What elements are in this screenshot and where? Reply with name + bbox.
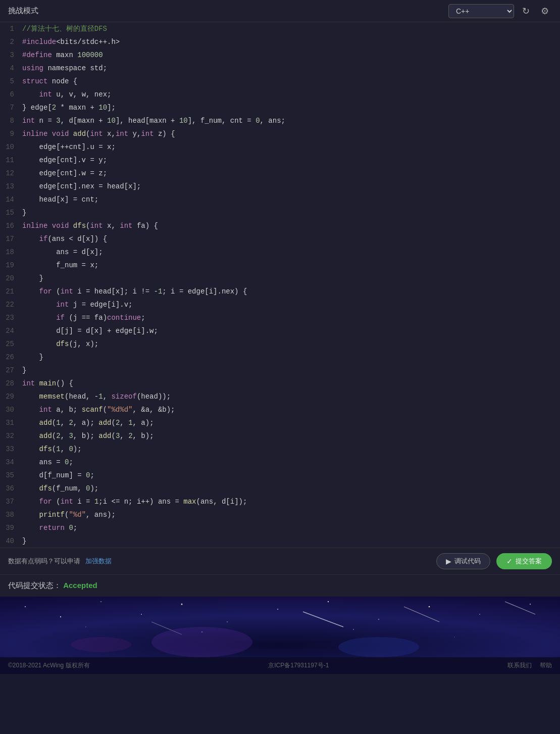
line-content-18[interactable]: ans = d[x]; [22,246,560,259]
line-content-12[interactable]: edge[cnt].w = z; [22,167,560,180]
code-line-35: 35 d[f_num] = 0; [0,469,560,482]
code-line-6: 6 int u, v, w, nex; [0,88,560,101]
code-line-4: 4 using namespace std; [0,62,560,75]
line-content-27[interactable]: } [22,364,560,377]
code-line-12: 12 edge[cnt].w = z; [0,167,560,180]
line-num-24: 24 [0,324,22,337]
svg-point-3 [100,601,101,602]
code-line-8: 8 int n = 3, d[maxn + 10], head[maxn + 1… [0,114,560,127]
code-line-7: 7 } edge[2 * maxn + 10]; [0,101,560,114]
line-num-4: 4 [0,62,22,75]
line-content-19[interactable]: f_num = x; [22,259,560,272]
line-num-38: 38 [0,508,22,521]
line-content-21[interactable]: for (int i = head[x]; i != -1; i = edge[… [22,285,560,298]
svg-point-9 [378,619,379,620]
line-content-35[interactable]: d[f_num] = 0; [22,469,560,482]
code-line-38: 38 printf("%d", ans); [0,508,560,521]
line-content-16[interactable]: inline void dfs(int x, int fa) { [22,219,560,232]
line-num-35: 35 [0,469,22,482]
line-num-10: 10 [0,140,22,154]
footer-text-bar: ©2018-2021 AcWing 版权所有 京ICP备17931197号-1 … [0,657,560,674]
code-line-14: 14 head[x] = cnt; [0,193,560,206]
line-content-4[interactable]: using namespace std; [22,62,560,75]
refresh-button[interactable]: ↻ [519,4,533,19]
line-content-14[interactable]: head[x] = cnt; [22,193,560,206]
code-line-30: 30 int a, b; scanf("%d%d", &a, &b); [0,403,560,416]
code-line-31: 31 add(1, 2, a); add(2, 1, a); [0,416,560,429]
code-line-27: 27 } [0,364,560,377]
line-num-5: 5 [0,75,22,88]
code-line-16: 16 inline void dfs(int x, int fa) { [0,219,560,232]
line-num-14: 14 [0,193,22,206]
line-num-16: 16 [0,219,22,232]
bottom-left: 数据有点弱吗？可以申请 加强数据 [8,557,112,566]
line-content-15[interactable]: } [22,206,560,219]
line-content-39[interactable]: return 0; [22,521,560,534]
line-content-10[interactable]: edge[++cnt].u = x; [22,140,560,154]
line-content-1[interactable]: //算法十七、树的直径DFS [22,22,560,35]
svg-point-6 [227,621,227,622]
line-content-30[interactable]: int a, b; scanf("%d%d", &a, &b); [22,403,560,416]
line-content-25[interactable]: dfs(j, x); [22,337,560,351]
code-line-22: 22 int j = edge[i].v; [0,298,560,311]
line-content-9[interactable]: inline void add(int x,int y,int z) { [22,127,560,140]
line-num-3: 3 [0,48,22,62]
line-content-22[interactable]: int j = edge[i].v; [22,298,560,311]
line-content-5[interactable]: struct node { [22,75,560,88]
code-line-29: 29 memset(head, -1, sizeof(head)); [0,390,560,403]
line-content-31[interactable]: add(1, 2, a); add(2, 1, a); [22,416,560,429]
code-line-36: 36 dfs(f_num, 0); [0,482,560,495]
line-num-12: 12 [0,167,22,180]
line-content-13[interactable]: edge[cnt].nex = head[x]; [22,180,560,193]
submit-button[interactable]: ✓ 提交答案 [496,553,552,569]
line-content-34[interactable]: ans = 0; [22,456,560,469]
svg-point-1 [25,606,26,607]
line-content-28[interactable]: int main() { [22,377,560,390]
footer-contact-link[interactable]: 联系我们 [507,661,532,670]
code-line-9: 9 inline void add(int x,int y,int z) { [0,127,560,140]
line-content-37[interactable]: for (int i = 1;i <= n; i++) ans = max(an… [22,495,560,508]
line-content-17[interactable]: if(ans < d[x]) { [22,232,560,246]
line-content-38[interactable]: printf("%d", ans); [22,508,560,521]
line-content-8[interactable]: int n = 3, d[maxn + 10], head[maxn + 10]… [22,114,560,127]
line-num-27: 27 [0,364,22,377]
line-content-40[interactable]: } [22,534,560,548]
code-line-19: 19 f_num = x; [0,259,560,272]
line-content-26[interactable]: } [22,351,560,364]
debug-button[interactable]: ▶ 调试代码 [436,553,490,569]
line-num-23: 23 [0,311,22,324]
line-content-6[interactable]: int u, v, w, nex; [22,88,560,101]
svg-point-13 [85,626,86,627]
line-content-24[interactable]: d[j] = d[x] + edge[i].w; [22,324,560,337]
topbar: 挑战模式 C++ C Java Python3 ↻ ⚙ [0,0,560,22]
line-content-33[interactable]: dfs(1, 0); [22,443,560,456]
footer-help-link[interactable]: 帮助 [540,661,552,670]
line-content-23[interactable]: if (j == fa)continue; [22,311,560,324]
line-content-11[interactable]: edge[cnt].v = y; [22,154,560,167]
debug-label: 调试代码 [454,557,481,566]
svg-point-7 [277,609,278,610]
line-content-3[interactable]: #define maxn 100000 [22,48,560,62]
bottom-weak-data-text: 数据有点弱吗？可以申请 [8,557,80,565]
svg-point-15 [353,629,354,630]
line-content-2[interactable]: #include<bits/stdc++.h> [22,35,560,48]
line-content-7[interactable]: } edge[2 * maxn + 10]; [22,101,560,114]
svg-point-21 [151,627,252,657]
line-content-29[interactable]: memset(head, -1, sizeof(head)); [22,390,560,403]
status-label: 代码提交状态： [8,581,61,590]
code-line-18: 18 ans = d[x]; [0,246,560,259]
submit-icon: ✓ [506,557,513,565]
line-content-32[interactable]: add(2, 3, b); add(3, 2, b); [22,429,560,443]
language-select[interactable]: C++ C Java Python3 [448,4,514,18]
line-content-36[interactable]: dfs(f_num, 0); [22,482,560,495]
code-line-23: 23 if (j == fa)continue; [0,311,560,324]
line-num-32: 32 [0,429,22,443]
line-num-26: 26 [0,351,22,364]
code-line-21: 21 for (int i = head[x]; i != -1; i = ed… [0,285,560,298]
strengthen-data-link[interactable]: 加强数据 [85,557,112,565]
svg-point-11 [479,614,480,615]
line-content-20[interactable]: } [22,272,560,285]
svg-point-23 [71,637,131,652]
line-num-6: 6 [0,88,22,101]
settings-button[interactable]: ⚙ [538,4,552,19]
